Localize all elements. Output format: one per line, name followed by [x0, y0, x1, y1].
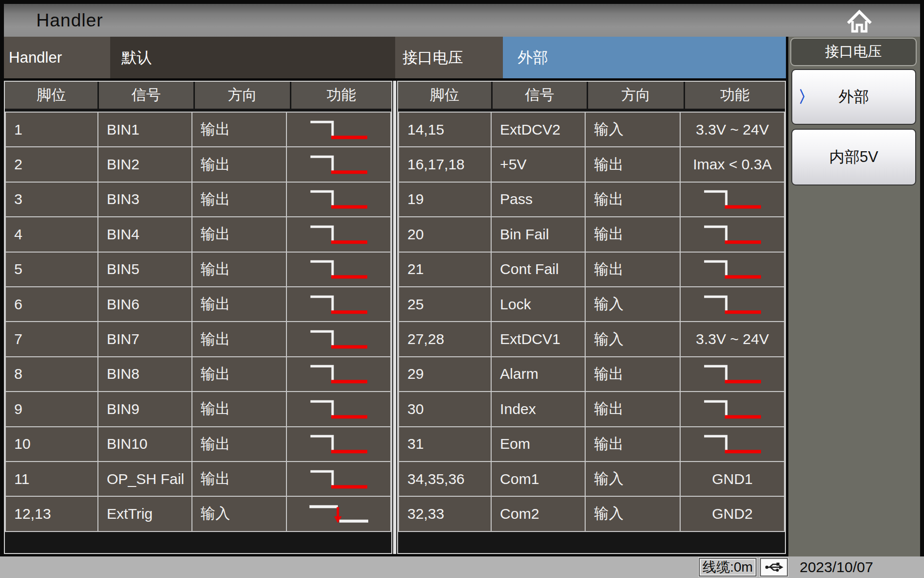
signal-cell: Eom	[491, 427, 585, 462]
pin-cell: 8	[5, 357, 98, 392]
table-row: 3 BIN3 输出	[5, 182, 391, 217]
pin-cell: 7	[5, 322, 98, 356]
direction-cell: 输出	[192, 392, 287, 426]
signal-cell: BIN2	[98, 147, 192, 182]
signal-cell: Alarm	[491, 357, 585, 392]
pin-cell: 27,28	[399, 322, 491, 356]
table-row: 20 Bin Fail 输出	[399, 217, 784, 252]
falling-edge-active-low-icon	[308, 188, 369, 210]
pin-cell: 4	[5, 217, 98, 252]
falling-edge-active-low-icon	[308, 258, 369, 280]
table-row: 1 BIN1 输出	[5, 112, 391, 147]
sidebar-header-interface-voltage: 接口电压	[790, 38, 917, 66]
internal-5v-button-label: 内部5V	[829, 147, 878, 167]
falling-edge-active-low-icon	[702, 188, 763, 210]
falling-edge-active-low-icon	[308, 468, 369, 490]
left-pin-table: 脚位 信号 方向 功能 1 BIN1 输出 2 BIN2 输出 3 BIN3 输…	[4, 81, 392, 554]
function-cell	[286, 252, 391, 287]
pin-cell: 21	[399, 252, 491, 287]
function-cell	[286, 287, 391, 322]
direction-cell: 输入	[585, 287, 680, 322]
function-cell	[286, 322, 391, 356]
pin-cell: 16,17,18	[399, 147, 491, 182]
falling-edge-active-low-icon	[702, 433, 763, 455]
table-row: 8 BIN8 输出	[5, 357, 391, 392]
pin-cell: 2	[5, 147, 98, 182]
function-cell	[286, 147, 391, 182]
signal-cell: ExtDCV2	[491, 112, 585, 147]
pin-cell: 32,33	[399, 496, 491, 531]
signal-cell: BIN8	[98, 357, 192, 392]
pin-cell: 14,15	[399, 112, 491, 147]
table-row: 10 BIN10 输出	[5, 427, 391, 462]
signal-cell: OP_SH Fail	[98, 462, 192, 496]
signal-cell: Pass	[491, 182, 585, 217]
page-title: Handler	[4, 10, 103, 31]
falling-edge-trigger-icon	[308, 503, 370, 525]
function-cell	[286, 462, 391, 496]
function-cell	[680, 287, 784, 322]
direction-cell: 输出	[585, 147, 680, 182]
function-cell	[680, 357, 784, 392]
home-button[interactable]	[845, 8, 874, 34]
pin-cell: 10	[5, 427, 98, 462]
signal-cell: BIN5	[98, 252, 192, 287]
table-row: 14,15 ExtDCV2 输入 3.3V ~ 24V	[399, 112, 784, 147]
direction-cell: 输出	[192, 217, 287, 252]
pin-cell: 34,35,36	[399, 462, 491, 496]
table-row: 27,28 ExtDCV1 输入 3.3V ~ 24V	[399, 322, 784, 356]
titlebar: Handler	[4, 4, 920, 37]
direction-cell: 输出	[585, 357, 680, 392]
internal-5v-button[interactable]: 内部5V	[791, 129, 916, 185]
signal-cell: BIN3	[98, 182, 192, 217]
function-cell	[680, 182, 784, 217]
function-cell	[680, 252, 784, 287]
function-cell	[680, 217, 784, 252]
direction-cell: 输入	[585, 112, 680, 147]
col-header-direction: 方向	[588, 82, 683, 109]
menu-item-external-selected[interactable]: 外部	[503, 37, 786, 78]
pin-cell: 3	[5, 182, 98, 217]
table-row: 11 OP_SH Fail 输出	[5, 462, 391, 496]
cable-length-label: 线缆:0m	[703, 558, 753, 577]
table-row: 29 Alarm 输出	[399, 357, 784, 392]
chevron-right-icon: 〉	[798, 86, 814, 108]
pin-cell: 6	[5, 287, 98, 322]
external-button-label: 外部	[839, 87, 869, 107]
col-header-direction: 方向	[195, 82, 290, 109]
direction-cell: 输出	[192, 322, 287, 356]
signal-cell: Com1	[491, 462, 585, 496]
usb-icon	[763, 560, 785, 574]
direction-cell: 输出	[585, 217, 680, 252]
function-cell: 3.3V ~ 24V	[680, 322, 784, 356]
direction-cell: 输出	[192, 287, 287, 322]
table-row: 9 BIN9 输出	[5, 392, 391, 426]
col-header-pin: 脚位	[5, 82, 97, 109]
external-button[interactable]: 〉 外部	[791, 69, 916, 125]
direction-cell: 输入	[585, 462, 680, 496]
signal-cell: Cont Fail	[491, 252, 585, 287]
signal-cell: Index	[491, 392, 585, 426]
table-row: 34,35,36 Com1 输入 GND1	[399, 462, 784, 496]
table-row: 31 Eom 输出	[399, 427, 784, 462]
signal-cell: BIN10	[98, 427, 192, 462]
signal-cell: Com2	[491, 496, 585, 531]
falling-edge-active-low-icon	[702, 398, 763, 420]
pin-cell: 29	[399, 357, 491, 392]
direction-cell: 输入	[585, 496, 680, 531]
pin-cell: 25	[399, 287, 491, 322]
falling-edge-active-low-icon	[308, 328, 369, 350]
direction-cell: 输出	[192, 147, 287, 182]
cable-length-indicator: 线缆:0m	[699, 558, 757, 577]
direction-cell: 输出	[585, 427, 680, 462]
col-header-function: 功能	[291, 82, 391, 109]
signal-cell: BIN4	[98, 217, 192, 252]
signal-cell: Bin Fail	[491, 217, 585, 252]
signal-cell: ExtTrig	[98, 496, 192, 531]
pin-cell: 5	[5, 252, 98, 287]
signal-cell: BIN7	[98, 322, 192, 356]
signal-cell: BIN1	[98, 112, 192, 147]
menu-item-default[interactable]: 默认	[110, 37, 395, 78]
right-table-header: 脚位 信号 方向 功能	[398, 82, 785, 109]
sidebar: 接口电压 〉 外部 内部5V	[788, 37, 920, 556]
